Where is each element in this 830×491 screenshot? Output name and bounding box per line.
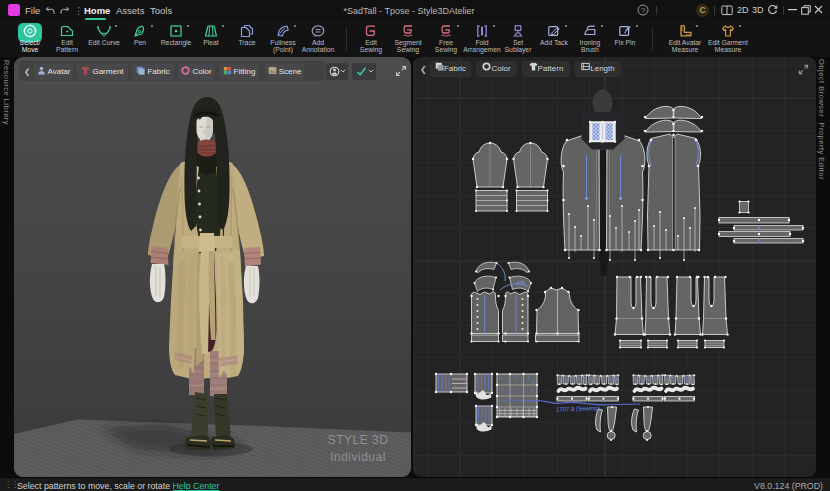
- svg-text:?: ?: [641, 6, 645, 15]
- svg-text:1707.9 (Sewing): 1707.9 (Sewing): [556, 405, 600, 413]
- svg-text:478: 478: [517, 281, 525, 286]
